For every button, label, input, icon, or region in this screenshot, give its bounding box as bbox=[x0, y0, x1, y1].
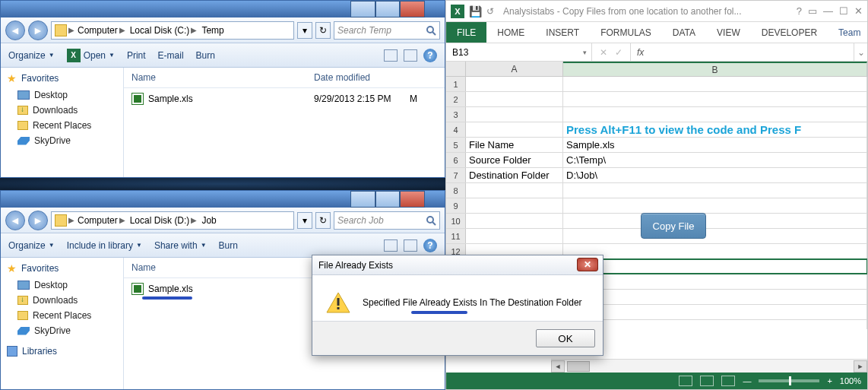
breadcrumb-seg[interactable]: Temp bbox=[200, 25, 225, 36]
cell[interactable] bbox=[563, 229, 867, 243]
address-history-button[interactable]: ▾ bbox=[297, 22, 312, 39]
minimize-button[interactable] bbox=[350, 1, 375, 17]
zoom-slider[interactable] bbox=[759, 379, 819, 382]
chevron-right-icon[interactable]: ▶ bbox=[68, 216, 74, 224]
file-row[interactable]: Sample.xls 9/29/2013 2:15 PM M bbox=[124, 88, 445, 109]
nav-item-downloads[interactable]: Downloads bbox=[7, 293, 117, 308]
minimize-button[interactable] bbox=[350, 191, 375, 208]
zoom-in-button[interactable]: + bbox=[827, 376, 832, 385]
page-layout-view-button[interactable] bbox=[700, 376, 714, 386]
row-header[interactable]: 8 bbox=[446, 183, 466, 198]
search-input[interactable]: Search Job bbox=[334, 211, 440, 230]
cell[interactable]: Sample.xls bbox=[563, 138, 867, 152]
ok-button[interactable]: OK bbox=[536, 329, 595, 347]
active-cell[interactable] bbox=[563, 259, 867, 274]
copy-file-button[interactable]: Copy File bbox=[641, 213, 706, 239]
nav-item-skydrive[interactable]: SkyDrive bbox=[7, 323, 117, 338]
share-button[interactable]: Share with▼ bbox=[154, 240, 207, 251]
back-button[interactable]: ◄ bbox=[5, 21, 25, 40]
title-bar[interactable] bbox=[1, 191, 445, 208]
dialog-close-button[interactable]: ✕ bbox=[577, 258, 598, 271]
normal-view-button[interactable] bbox=[679, 376, 692, 386]
horizontal-scrollbar[interactable]: ◄ ► bbox=[551, 359, 867, 373]
cell[interactable] bbox=[563, 107, 867, 122]
row-header[interactable]: 2 bbox=[446, 92, 466, 106]
cell[interactable]: C:\Temp\ bbox=[563, 153, 867, 167]
title-bar[interactable] bbox=[1, 1, 445, 17]
cell[interactable] bbox=[563, 305, 867, 319]
print-button[interactable]: Print bbox=[127, 50, 146, 61]
nav-item-recent[interactable]: Recent Places bbox=[7, 118, 117, 133]
formula-input[interactable] bbox=[650, 43, 854, 61]
zoom-out-button[interactable]: — bbox=[743, 376, 751, 385]
cell[interactable] bbox=[563, 290, 867, 304]
maximize-button[interactable]: ☐ bbox=[839, 5, 848, 17]
burn-button[interactable]: Burn bbox=[219, 240, 238, 251]
dialog-title-bar[interactable]: File Already Exists ✕ bbox=[312, 255, 603, 275]
email-button[interactable]: E-mail bbox=[158, 50, 184, 61]
col-header-b[interactable]: B bbox=[563, 62, 867, 76]
cell[interactable] bbox=[563, 183, 867, 198]
address-bar[interactable]: ▶ Computer▶ Local Disk (C:)▶ Temp bbox=[51, 21, 294, 40]
cell[interactable]: D:\Job\ bbox=[563, 168, 867, 182]
cell[interactable]: Source Folder bbox=[466, 153, 563, 167]
row-header[interactable]: 1 bbox=[446, 77, 466, 91]
tab-file[interactable]: FILE bbox=[446, 22, 486, 43]
name-box[interactable]: B13 bbox=[446, 43, 592, 61]
expand-formula-bar-icon[interactable]: ⌄ bbox=[854, 43, 867, 61]
nav-item-recent[interactable]: Recent Places bbox=[7, 308, 117, 323]
organize-button[interactable]: Organize▼ bbox=[8, 50, 55, 61]
nav-item-downloads[interactable]: Downloads bbox=[7, 103, 117, 118]
row-header[interactable]: 4 bbox=[446, 122, 466, 137]
cell[interactable] bbox=[563, 77, 867, 91]
minimize-button[interactable]: — bbox=[823, 5, 833, 17]
nav-item-desktop[interactable]: Desktop bbox=[7, 87, 117, 103]
column-date[interactable]: Date modified bbox=[314, 72, 370, 83]
maximize-button[interactable] bbox=[375, 1, 401, 17]
scroll-right-button[interactable]: ► bbox=[854, 360, 867, 373]
organize-button[interactable]: Organize▼ bbox=[8, 240, 55, 251]
zoom-level[interactable]: 100% bbox=[840, 376, 861, 385]
cell[interactable] bbox=[466, 183, 563, 198]
tab-formulas[interactable]: FORMULAS bbox=[590, 22, 662, 43]
help-icon[interactable]: ? bbox=[797, 5, 802, 17]
chevron-right-icon[interactable]: ▶ bbox=[68, 26, 74, 34]
column-name[interactable]: Name bbox=[131, 72, 314, 83]
tab-developer[interactable]: DEVELOPER bbox=[751, 22, 828, 43]
ribbon-collapse-icon[interactable]: ▭ bbox=[808, 5, 817, 17]
favorites-header[interactable]: ★Favorites bbox=[7, 72, 117, 84]
address-history-button[interactable]: ▾ bbox=[297, 212, 312, 229]
excel-title-bar[interactable]: X 💾 ↺ Analysistabs - Copy Files from one… bbox=[446, 1, 867, 22]
refresh-button[interactable]: ↻ bbox=[315, 212, 331, 229]
cell[interactable] bbox=[466, 229, 563, 243]
tab-data[interactable]: DATA bbox=[662, 22, 706, 43]
view-options-button[interactable] bbox=[384, 239, 398, 252]
enter-formula-icon[interactable]: ✓ bbox=[615, 47, 622, 58]
cell[interactable] bbox=[466, 107, 563, 122]
breadcrumb-seg[interactable]: Computer▶ bbox=[76, 25, 127, 36]
burn-button[interactable]: Burn bbox=[196, 50, 215, 61]
cell[interactable] bbox=[563, 274, 867, 289]
breadcrumb-seg[interactable]: Local Disk (D:)▶ bbox=[128, 215, 199, 226]
close-button[interactable]: ✕ bbox=[854, 5, 863, 17]
scroll-left-button[interactable]: ◄ bbox=[551, 360, 565, 373]
row-header[interactable]: 5 bbox=[446, 138, 466, 152]
cell[interactable] bbox=[563, 320, 867, 329]
tab-view[interactable]: VIEW bbox=[706, 22, 751, 43]
cell[interactable]: File Name bbox=[466, 138, 563, 152]
cell[interactable] bbox=[563, 214, 867, 228]
breadcrumb-seg[interactable]: Computer▶ bbox=[76, 215, 127, 226]
cell[interactable] bbox=[466, 198, 563, 213]
search-input[interactable]: Search Temp bbox=[334, 21, 440, 40]
row-header[interactable]: 10 bbox=[446, 214, 466, 228]
row-header[interactable]: 9 bbox=[446, 198, 466, 213]
undo-icon[interactable]: ↺ bbox=[486, 6, 494, 17]
nav-item-desktop[interactable]: Desktop bbox=[7, 277, 117, 293]
cell[interactable] bbox=[466, 214, 563, 228]
cell[interactable]: Press Alt+F11 to view the code and Press… bbox=[563, 122, 867, 137]
cell[interactable] bbox=[466, 122, 563, 137]
column-name[interactable]: Name bbox=[131, 262, 314, 273]
close-button[interactable] bbox=[400, 1, 425, 17]
cell[interactable]: Destination Folder bbox=[466, 168, 563, 182]
col-header-a[interactable]: A bbox=[466, 62, 563, 76]
